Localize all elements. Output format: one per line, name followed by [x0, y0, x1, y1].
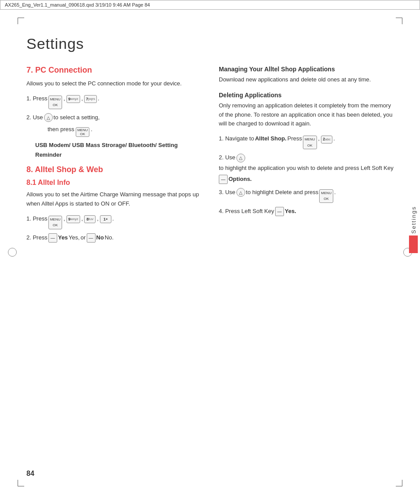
- step2-mid: to select a setting,: [54, 113, 100, 122]
- deleting-step4: 4. Press Left Soft Key — Yes.: [219, 206, 394, 216]
- section-81-heading: 8.1 Alltel Info: [26, 179, 201, 187]
- no-label-1: No: [96, 233, 104, 243]
- corner-mark-br: [396, 480, 402, 486]
- sidebar-label: Settings: [410, 206, 417, 234]
- sidebar-section: Settings: [409, 206, 418, 253]
- key-1: 1 ●: [100, 215, 111, 223]
- then-press: then press MENU OK .: [48, 126, 201, 137]
- key-7pqrs: 7 pqrs: [84, 95, 97, 103]
- left-column: 7. PC Connection Allows you to select th…: [26, 66, 201, 246]
- options-label: Options.: [228, 174, 252, 184]
- section-7: 7. PC Connection Allows you to select th…: [26, 66, 201, 160]
- alltel-shop-bold: Alltel Shop.: [255, 134, 287, 143]
- deleting-body: Only removing an application deletes it …: [219, 101, 394, 129]
- key-menu-ok-5: MENU OK: [319, 189, 333, 203]
- key-9wxyz-2: 9 wxyz: [66, 215, 80, 223]
- sidebar-red-bar: [409, 235, 418, 253]
- two-col-layout: 7. PC Connection Allows you to select th…: [26, 66, 394, 246]
- corner-mark-tr: [396, 18, 402, 24]
- header-bar: AX265_Eng_Ver1.1_manual_090618.qxd 3/19/…: [0, 0, 420, 10]
- deleting-step1: 1. Navigate to Alltel Shop. Press MENU O…: [219, 134, 394, 149]
- managing-heading: Managing Your Alltel Shop Applications: [219, 66, 394, 73]
- key-soft-left-3: —: [275, 207, 284, 216]
- key-nav-1: △: [44, 113, 53, 122]
- deleting-heading: Deleting Applications: [219, 92, 394, 99]
- page-number: 84: [26, 470, 34, 478]
- key-nav-2: △: [236, 154, 245, 162]
- key-menu-ok-2: MENU OK: [76, 127, 90, 137]
- corner-mark-tl: [18, 18, 24, 24]
- page-title: Settings: [26, 35, 394, 52]
- page-content: Settings 7. PC Connection Allows you to …: [26, 22, 394, 482]
- yes-label-2: Yes.: [285, 206, 296, 216]
- step1-prefix: 1. Press: [26, 94, 48, 103]
- step2-81-prefix: 2. Press: [26, 233, 48, 243]
- header-text: AX265_Eng_Ver1.1_manual_090618.qxd 3/19/…: [5, 2, 150, 7]
- key-soft-right-1: —: [87, 233, 96, 243]
- key-soft-left-2: —: [219, 175, 228, 184]
- corner-mark-bl: [18, 480, 24, 486]
- deleting-step3: 3. Use △ to highlight Delete and press M…: [219, 188, 394, 203]
- section-7-step1: 1. Press MENU OK , 9 wxyz , 7: [26, 94, 201, 109]
- key-menu-ok-1: MENU OK: [48, 96, 63, 109]
- section-7-step2: 2. Use △ to select a setting,: [26, 113, 201, 122]
- deleting-section: Deleting Applications Only removing an a…: [219, 92, 394, 216]
- key-2abc: 2 abc: [321, 136, 332, 143]
- usb-modes-text: USB Modem/ USB Mass Strorage/ Bluetooth/…: [35, 140, 201, 160]
- section-8-heading: 8. Alltel Shop & Web: [26, 165, 201, 174]
- step1-81-prefix: 1. Press: [26, 214, 48, 224]
- section-81-body: Allows you to set the Airtime Charge War…: [26, 190, 201, 209]
- managing-body: Download new applications and delete old…: [219, 75, 394, 85]
- key-nav-3: △: [236, 188, 245, 197]
- yes-label-1: Yes: [58, 233, 68, 243]
- managing-section: Managing Your Alltel Shop Applications D…: [219, 66, 394, 85]
- section-7-heading: 7. PC Connection: [26, 66, 201, 75]
- section-81-step1: 1. Press MENU OK , 9 wxyz , 8 tuv: [26, 214, 201, 229]
- key-9wxyz-1: 9 wxyz: [66, 95, 80, 103]
- right-column: Managing Your Alltel Shop Applications D…: [219, 66, 394, 246]
- step2-prefix: 2. Use: [26, 113, 43, 122]
- key-menu-ok-3: MENU OK: [48, 216, 63, 229]
- key-soft-left-1: —: [48, 233, 57, 243]
- section-8: 8. Alltel Shop & Web 8.1 Alltel Info All…: [26, 165, 201, 243]
- key-8tuv: 8 tuv: [84, 215, 96, 223]
- deleting-step2: 2. Use △ to highlight the application yo…: [219, 153, 394, 184]
- reg-circle-left: [8, 248, 17, 257]
- section-7-body: Allows you to select the PC connection m…: [26, 79, 201, 88]
- section-81-step2: 2. Press — Yes Yes, or — No No.: [26, 233, 201, 243]
- key-menu-ok-4: MENU OK: [303, 136, 317, 149]
